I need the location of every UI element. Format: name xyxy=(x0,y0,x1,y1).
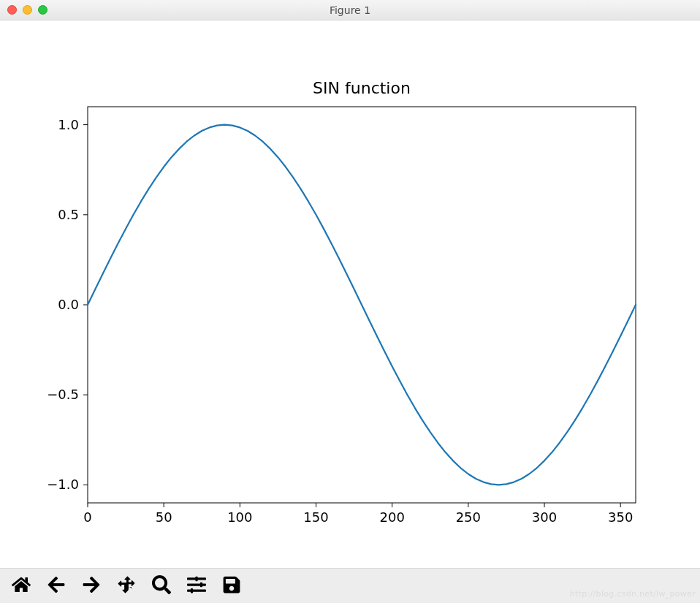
svg-text:−1.0: −1.0 xyxy=(47,477,79,492)
zoom-window-button[interactable] xyxy=(38,5,47,15)
svg-text:200: 200 xyxy=(379,509,404,525)
forward-button[interactable] xyxy=(75,572,108,600)
arrow-right-icon xyxy=(82,575,101,597)
search-icon xyxy=(152,575,171,597)
arrow-left-icon xyxy=(47,575,66,597)
home-button[interactable] xyxy=(4,572,38,600)
save-button[interactable] xyxy=(215,572,248,600)
close-window-button[interactable] xyxy=(7,5,17,15)
svg-text:350: 350 xyxy=(608,509,633,525)
svg-text:0: 0 xyxy=(83,509,91,525)
home-icon xyxy=(12,575,31,597)
svg-text:−0.5: −0.5 xyxy=(47,387,79,402)
back-button[interactable] xyxy=(39,572,73,600)
svg-text:50: 50 xyxy=(156,509,172,525)
svg-text:300: 300 xyxy=(532,509,557,525)
svg-text:1.0: 1.0 xyxy=(58,117,79,132)
zoom-button[interactable] xyxy=(145,572,178,600)
matplotlib-toolbar: http://blog.csdn.net/lw_power xyxy=(0,568,700,603)
watermark-text: http://blog.csdn.net/lw_power xyxy=(570,589,696,599)
sliders-icon xyxy=(187,575,206,597)
svg-text:100: 100 xyxy=(227,509,252,525)
title-bar: Figure 1 xyxy=(0,0,700,20)
window-title: Figure 1 xyxy=(330,4,370,16)
plot-container: 050100150200250300350−1.0−0.50.00.51.0SI… xyxy=(0,20,700,568)
save-icon xyxy=(222,575,241,597)
chart-canvas[interactable]: 050100150200250300350−1.0−0.50.00.51.0SI… xyxy=(0,20,700,568)
move-icon xyxy=(117,575,136,597)
svg-text:SIN function: SIN function xyxy=(313,79,411,97)
svg-text:150: 150 xyxy=(303,509,328,525)
svg-text:0.0: 0.0 xyxy=(58,297,79,312)
svg-text:0.5: 0.5 xyxy=(58,207,79,222)
minimize-window-button[interactable] xyxy=(23,5,32,15)
pan-button[interactable] xyxy=(110,572,143,600)
configure-subplots-button[interactable] xyxy=(180,572,213,600)
traffic-lights xyxy=(7,5,47,15)
svg-text:250: 250 xyxy=(456,509,481,525)
